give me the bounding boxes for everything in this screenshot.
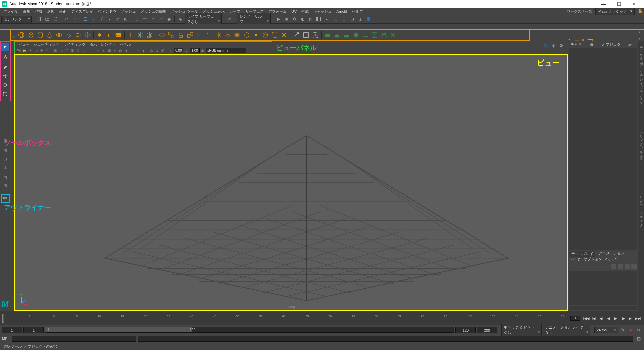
vp-exposure-icon[interactable]: ☼ (168, 48, 173, 53)
vp-xgen-icon[interactable]: ⬡ (542, 42, 549, 49)
sculpt-grab-icon[interactable] (352, 31, 360, 39)
vp-gamma-value[interactable]: 1.00 (190, 48, 199, 53)
vp-view-transform-icon[interactable]: ◉ (200, 48, 205, 53)
menu-mesh[interactable]: メッシュ (119, 8, 138, 15)
layout-two-v-icon[interactable]: ◫ (1, 163, 9, 171)
extrude-icon[interactable] (177, 31, 185, 39)
playblast-icon[interactable]: ▷ (307, 16, 314, 23)
lasso-tool[interactable] (1, 53, 9, 61)
step-forward-button[interactable]: |▶ (620, 315, 627, 322)
boolean-inter-icon[interactable] (252, 31, 260, 39)
sculpt-spray-icon[interactable] (389, 31, 397, 39)
freeze-transform-icon[interactable]: 0 (136, 31, 144, 39)
layer-tab-display[interactable]: ディスプレイ (569, 251, 595, 257)
undo-icon[interactable]: ↶ (63, 16, 70, 23)
panel-layout-3-icon[interactable]: ⊡ (349, 16, 356, 23)
shelf-tabs[interactable] (0, 24, 644, 30)
character-set-selector[interactable]: キャラクタ セットなし (501, 324, 542, 336)
time-slider[interactable]: 1510152025303540455055606570758085909510… (2, 314, 568, 323)
redo-icon[interactable]: ↷ (71, 16, 78, 23)
prefs-icon[interactable]: ⚙ (635, 326, 642, 333)
vp-lights-icon[interactable]: ☀ (112, 48, 117, 53)
poly-disc-icon[interactable] (74, 31, 82, 39)
step-back-button[interactable]: ◀| (598, 315, 604, 322)
cb-tab-edit[interactable]: 編集 (587, 41, 599, 48)
script-editor-icon[interactable]: ▤ (635, 335, 642, 342)
menu-edit[interactable]: 編集 (21, 8, 32, 15)
combine-icon[interactable] (158, 31, 166, 39)
smooth-icon[interactable] (224, 31, 232, 39)
loop-icon[interactable]: ↻ (619, 326, 626, 333)
autokey-icon[interactable]: ● (627, 326, 634, 333)
cb-tab-channel[interactable]: チャネル (568, 41, 587, 48)
vp-safe-title-icon[interactable]: ▫ (87, 48, 92, 53)
anim-start-outer[interactable]: 1 (2, 327, 22, 333)
shelf-scroll[interactable]: ▲▼ (637, 30, 642, 40)
vp-res-gate-icon[interactable]: ◫ (64, 48, 69, 53)
anim-start-inner[interactable]: 1 (23, 327, 44, 333)
time-cursor[interactable] (2, 314, 4, 323)
menu-mesh-edit[interactable]: メッシュの編集 (139, 8, 168, 15)
layer-icon-4[interactable] (631, 264, 637, 269)
channel-box-body[interactable] (569, 48, 637, 250)
vtab-modeling-toolkit[interactable]: モデリング ツールキット (638, 124, 644, 165)
fps-selector[interactable]: 24 fps (594, 327, 618, 333)
render-frame-icon[interactable]: ▶ (275, 16, 282, 23)
step-forward-key-button[interactable]: ▶| (627, 315, 634, 322)
goto-start-button[interactable]: |◀◀ (583, 315, 590, 322)
outliner-toggle[interactable] (1, 194, 10, 203)
menu-window[interactable]: ウィンドウ (96, 8, 118, 15)
history-toggle-icon[interactable]: ⟳ (226, 16, 233, 23)
mirror-icon[interactable] (214, 31, 222, 39)
layout-two-h-icon[interactable]: ⊟ (1, 155, 9, 163)
select-vertex-icon[interactable]: ▫ (90, 16, 97, 23)
menu-display[interactable]: ディスプレイ (69, 8, 95, 15)
vp-xray-joints-icon[interactable]: ⦿ (160, 48, 165, 53)
vp-grease-icon[interactable]: ✎ (45, 48, 50, 53)
menu-generate[interactable]: 生成 (299, 8, 311, 15)
vp-colorspace-field[interactable] (206, 48, 246, 53)
hypershade-icon[interactable]: ◐ (299, 16, 306, 23)
target-weld-icon[interactable] (311, 31, 319, 39)
current-frame-field[interactable]: 1 (570, 316, 580, 321)
layer-list[interactable] (569, 271, 637, 305)
layer-icon-2[interactable] (618, 264, 623, 269)
menu-modify[interactable]: 修正 (57, 8, 68, 15)
vp-settings-icon[interactable]: ⟳ (558, 42, 565, 49)
range-slider[interactable]: 1 120 (45, 327, 454, 333)
play-back-button[interactable]: ◀ (605, 315, 612, 322)
panel-layout-1-icon[interactable]: ⊞ (333, 16, 339, 23)
snap-live-icon[interactable]: ◉ (166, 16, 172, 23)
anim-layer-selector[interactable]: アニメーション レイヤなし (543, 324, 590, 336)
account-icon[interactable]: 👤 (365, 16, 372, 23)
panel-layout-2-icon[interactable]: ⊟ (341, 16, 347, 23)
lock-icon[interactable]: 🔒 (637, 9, 643, 14)
live-surface-icon[interactable]: ◈ (177, 16, 183, 23)
select-edge-icon[interactable]: ╱ (98, 16, 105, 23)
vp-menu-shading[interactable]: シェーディング (32, 42, 61, 47)
close-button[interactable]: ✕ (627, 1, 642, 7)
select-tool[interactable] (1, 43, 9, 51)
poly-cube-icon[interactable] (27, 31, 35, 39)
menu-uv[interactable]: UV (289, 9, 299, 14)
new-scene-icon[interactable] (36, 16, 43, 23)
layer-menu-layer[interactable]: レイヤ (569, 257, 580, 263)
menu-cache[interactable]: キャッシュ (311, 8, 334, 15)
bevel-icon[interactable] (205, 31, 213, 39)
boolean-union-icon[interactable] (233, 31, 241, 39)
select-object-icon[interactable] (82, 16, 89, 23)
vp-menu-renderer[interactable]: レンダラ (99, 42, 117, 47)
vp-menu-view[interactable]: ビュー (17, 42, 31, 47)
menu-help[interactable]: ヘルプ (350, 8, 365, 15)
sculpt-relax-icon[interactable] (342, 31, 351, 39)
goto-end-button[interactable]: ▶▶| (635, 315, 641, 322)
anim-end-outer[interactable]: 200 (477, 327, 497, 333)
layout-three-icon[interactable]: ⊡ (1, 174, 9, 181)
layer-scrollbar[interactable] (569, 306, 637, 310)
minimize-button[interactable]: — (596, 1, 611, 7)
shelf-menu-icon[interactable]: ▸⚙ (13, 31, 15, 39)
layer-icon-1[interactable] (611, 264, 616, 269)
layout-four-icon[interactable]: ⊞ (1, 147, 9, 155)
mode-selector[interactable]: モデリング (1, 16, 32, 23)
layer-icon-3[interactable] (625, 264, 630, 269)
